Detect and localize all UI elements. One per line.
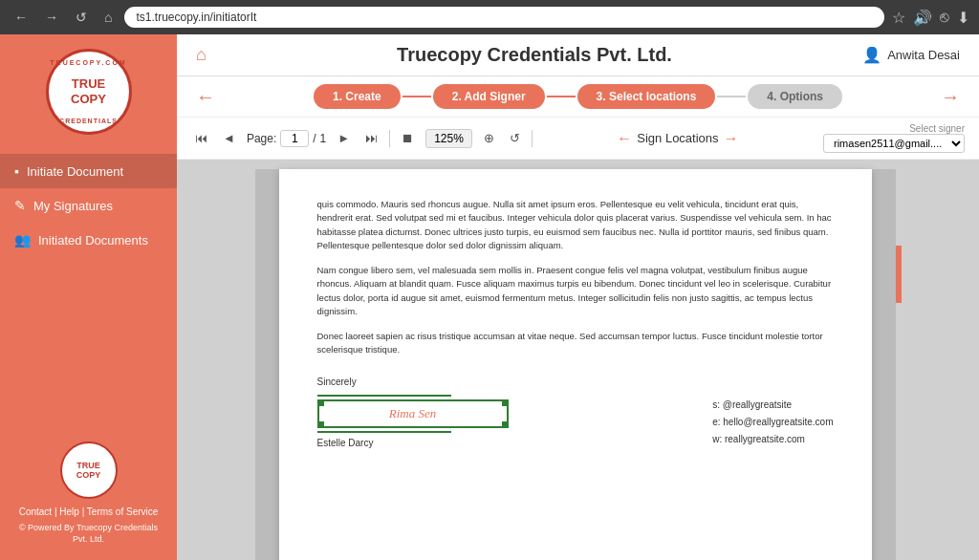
- page-number-input[interactable]: [280, 130, 309, 147]
- zoom-in-button[interactable]: ⊕: [480, 129, 498, 147]
- page-separator: /: [313, 132, 315, 145]
- last-page-button[interactable]: ⏭: [361, 129, 381, 147]
- sidebar: TRUECOPY.COM TRUECOPY CREDENTIALS ▪ Init…: [0, 34, 177, 560]
- prev-page-button[interactable]: ◄: [219, 129, 239, 147]
- left-sidebar-strip: [255, 169, 279, 560]
- footer-copyright: © Powered By Truecopy Credentials Pvt. L…: [14, 522, 163, 546]
- stepper-bar: ← 1. Create 2. Add Signer 3. Select loca…: [177, 76, 979, 118]
- corner-bl: [317, 421, 324, 428]
- page-info: Page: / 1: [247, 130, 326, 147]
- app-container: TRUECOPY.COM TRUECOPY CREDENTIALS ▪ Init…: [0, 34, 979, 560]
- doc-toolbar: ⏮ ◄ Page: / 1 ► ⏭ ⏹ 125% ⊕ ↺ ← Sign Loca…: [177, 118, 979, 160]
- sign-arrow-left-icon: ←: [617, 130, 632, 147]
- toolbar-sep-2: [532, 130, 533, 147]
- sidebar-label-initiated: Initiated Documents: [38, 233, 148, 248]
- step-create[interactable]: 1. Create: [314, 84, 401, 109]
- sidebar-footer-logo: TRUECOPY: [60, 442, 118, 499]
- sidebar-label-initiate: Initiate Document: [27, 164, 123, 179]
- step-connector-1: [402, 96, 431, 97]
- contact-s: s: @reallygreatsite: [712, 397, 833, 414]
- bookmark-icon: ☆: [892, 9, 905, 27]
- doc-wrapper: quis commodo. Mauris sed rhoncus augue. …: [255, 169, 902, 550]
- initiated-icon: 👥: [14, 232, 31, 248]
- reload-button[interactable]: ↺: [71, 8, 92, 27]
- signatures-icon: ✎: [14, 198, 26, 213]
- zoom-display: 125%: [425, 129, 472, 148]
- sidebar-item-initiated[interactable]: 👥 Initiated Documents: [0, 223, 177, 257]
- right-sidebar-strip: [872, 169, 896, 560]
- logo-center-text: TRUECOPY: [71, 76, 106, 106]
- sincerely-text: Sincerely: [317, 377, 834, 387]
- signature-area: Sincerely Rima Sen: [317, 377, 834, 448]
- sidebar-logo: TRUECOPY.COM TRUECOPY CREDENTIALS: [46, 49, 132, 135]
- sidebar-footer: TRUECOPY Contact | Help | Terms of Servi…: [0, 427, 177, 560]
- signer-name-label: Estelle Darcy: [317, 438, 509, 448]
- signer-label: Select signer: [909, 123, 965, 134]
- logo-arc-top: TRUECOPY.COM: [50, 59, 126, 66]
- step-add-signer[interactable]: 2. Add Signer: [433, 84, 545, 109]
- sig-right-block: s: @reallygreatsite e: hello@reallygreat…: [712, 397, 833, 448]
- page-label: Page:: [247, 132, 276, 145]
- forward-button[interactable]: →: [40, 8, 63, 27]
- sig-line-bottom: [317, 431, 451, 433]
- logo-arc-bottom: CREDENTIALS: [59, 118, 118, 124]
- step-select-locations[interactable]: 3. Select locations: [577, 84, 716, 109]
- sidebar-label-signatures: My Signatures: [33, 199, 113, 213]
- app-header: ⌂ Truecopy Credentials Pvt. Ltd. 👤 Anwit…: [177, 34, 979, 76]
- sig-left-block: Rima Sen Estelle Darcy: [317, 395, 509, 448]
- user-info: 👤 Anwita Desai: [862, 46, 960, 64]
- sign-locations-button[interactable]: ← Sign Locations →: [617, 130, 738, 147]
- initiate-icon: ▪: [14, 163, 19, 179]
- next-page-button[interactable]: ►: [334, 129, 354, 147]
- sidebar-item-signatures[interactable]: ✎ My Signatures: [0, 188, 177, 223]
- stepper-prev-button[interactable]: ←: [196, 86, 215, 108]
- main-content: ⌂ Truecopy Credentials Pvt. Ltd. 👤 Anwit…: [177, 34, 979, 560]
- user-avatar-icon: 👤: [862, 46, 881, 64]
- signature-name: Rima Sen: [389, 406, 436, 420]
- signer-section: Select signer rimasen2511@gmail....: [823, 123, 965, 153]
- speaker-icon: 🔊: [913, 9, 932, 27]
- app-title: Truecopy Credentials Pvt. Ltd.: [207, 44, 862, 66]
- url-bar: ts1.truecopy.in/initiatorIt: [124, 7, 884, 28]
- signature-box[interactable]: Rima Sen: [317, 399, 509, 428]
- step-connector-3: [717, 96, 746, 97]
- browser-actions: ☆ 🔊 ⎋ ⬇: [892, 9, 969, 27]
- doc-paragraph-1: quis commodo. Mauris sed rhoncus augue. …: [317, 198, 834, 252]
- browser-chrome: ← → ↺ ⌂ ts1.truecopy.in/initiatorIt ☆ 🔊 …: [0, 0, 979, 34]
- corner-br: [502, 421, 509, 428]
- home-button[interactable]: ⌂: [99, 8, 117, 27]
- sidebar-item-initiate[interactable]: ▪ Initiate Document: [0, 154, 177, 188]
- share-icon: ⎋: [940, 9, 949, 27]
- sign-arrow-right-icon: →: [724, 130, 739, 147]
- sign-locations-label: Sign Locations: [637, 131, 718, 145]
- undo-button[interactable]: ↺: [506, 129, 524, 147]
- corner-tl: [317, 399, 324, 406]
- signature-block: Rima Sen Estelle Darcy s: @reallygreatsi…: [317, 395, 834, 448]
- download-icon: ⬇: [957, 9, 969, 27]
- contact-w: w: reallygreatsite.com: [712, 431, 833, 448]
- first-page-button[interactable]: ⏮: [191, 129, 211, 147]
- doc-area[interactable]: quis commodo. Mauris sed rhoncus augue. …: [177, 160, 979, 560]
- contact-e: e: hello@reallygreatsite.com: [712, 414, 833, 431]
- back-button[interactable]: ←: [10, 8, 33, 27]
- document-page: quis commodo. Mauris sed rhoncus augue. …: [279, 169, 872, 560]
- sidebar-nav: ▪ Initiate Document ✎ My Signatures 👥 In…: [0, 154, 177, 257]
- corner-tr: [502, 399, 509, 406]
- sig-line-top: [317, 395, 451, 397]
- footer-logo-text: TRUECOPY: [76, 461, 101, 480]
- stepper-next-button[interactable]: →: [941, 86, 960, 108]
- home-icon[interactable]: ⌂: [196, 45, 207, 65]
- stop-button[interactable]: ⏹: [398, 129, 418, 147]
- doc-paragraph-3: Donec laoreet sapien ac risus tristique …: [317, 330, 834, 357]
- page-total: 1: [320, 132, 327, 145]
- signer-dropdown[interactable]: rimasen2511@gmail....: [823, 134, 965, 153]
- toolbar-sep-1: [389, 130, 390, 147]
- step-connector-2: [547, 96, 576, 97]
- doc-paragraph-2: Nam congue libero sem, vel malesuada sem…: [317, 264, 834, 318]
- orange-accent-bar: [896, 246, 902, 303]
- user-name: Anwita Desai: [887, 48, 960, 62]
- step-options[interactable]: 4. Options: [748, 84, 842, 109]
- footer-links: Contact | Help | Terms of Service: [14, 506, 163, 517]
